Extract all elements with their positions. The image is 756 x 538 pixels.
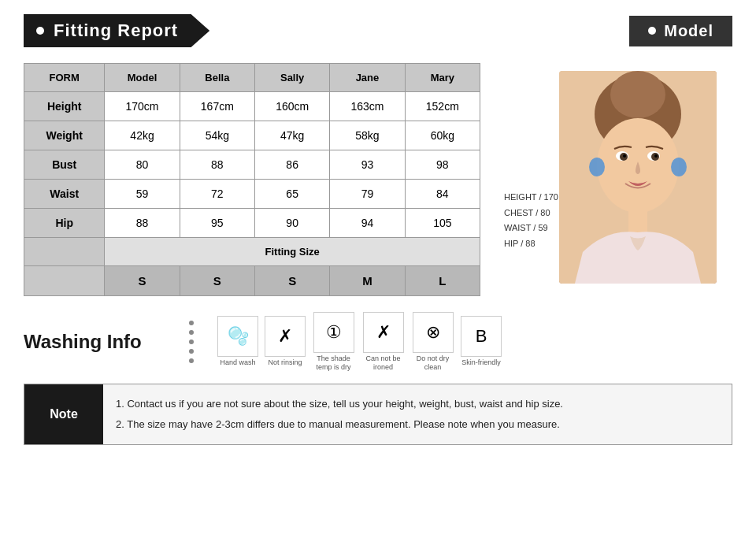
size-value: S — [180, 266, 254, 296]
washing-icons: 🫧Hand wash✗Not rinsing①The shade temp is… — [217, 312, 502, 372]
wash-icon-label-4: Do not dry clean — [411, 354, 454, 372]
data-cell: 59 — [105, 180, 180, 209]
col-bella: Bella — [180, 64, 254, 92]
svg-point-9 — [654, 154, 658, 158]
data-cell: 47kg — [255, 121, 330, 150]
banner-dot — [36, 27, 44, 35]
wash-icon-box-2: ①The shade temp is dry — [312, 312, 355, 372]
svg-point-11 — [671, 158, 687, 176]
fitting-size-label: Fitting Size — [105, 238, 480, 266]
row-label: Hip — [24, 209, 105, 238]
data-cell: 105 — [405, 209, 480, 238]
fitting-report-banner: Fitting Report — [24, 14, 209, 47]
note-label: Note — [24, 384, 103, 444]
wash-icon-box-0: 🫧Hand wash — [217, 316, 258, 367]
data-cell: 80 — [105, 150, 180, 180]
data-cell: 170cm — [105, 92, 180, 121]
col-sally: Sally — [255, 64, 330, 92]
hip-value: 88 — [525, 239, 535, 248]
data-cell: 86 — [255, 150, 330, 180]
svg-point-8 — [623, 154, 626, 158]
wash-icon-box-5: BSkin-friendly — [461, 316, 502, 367]
note-content: 1. Contact us if you are not sure about … — [103, 384, 576, 444]
svg-rect-12 — [628, 209, 647, 232]
model-hip-line: HIP / 88 — [504, 236, 558, 252]
model-label: Model — [664, 22, 713, 40]
svg-point-2 — [610, 71, 665, 118]
col-form: FORM — [24, 64, 105, 92]
data-cell: 60kg — [405, 121, 480, 150]
size-value: L — [405, 266, 480, 296]
wash-icon-0: 🫧 — [217, 316, 258, 357]
model-banner: Model — [629, 16, 732, 46]
model-info-text: HEIGHT / 170 CHEST / 80 WAIST / 59 HIP /… — [504, 190, 558, 252]
wash-icon-4: ⊗ — [413, 312, 454, 353]
divider-dot-5 — [189, 358, 194, 363]
data-cell: 72 — [180, 180, 254, 209]
wash-icon-label-5: Skin-friendly — [461, 358, 501, 367]
data-cell: 160cm — [255, 92, 330, 121]
chest-label: CHEST / — [504, 208, 538, 217]
empty-label-cell — [24, 238, 105, 266]
fitting-table: FORM Model Bella Sally Jane Mary Height1… — [24, 63, 480, 296]
table-row: Waist5972657984 — [24, 180, 480, 209]
divider-dot-4 — [189, 349, 194, 354]
divider-dot-2 — [189, 330, 194, 335]
svg-point-10 — [589, 158, 605, 176]
wash-icon-box-4: ⊗Do not dry clean — [411, 312, 454, 372]
data-cell: 98 — [405, 150, 480, 180]
divider-dot-1 — [189, 321, 194, 325]
model-photo-container: Julia.J — [528, 71, 717, 284]
model-dot — [648, 27, 656, 35]
row-label: Weight — [24, 121, 105, 150]
model-section: Julia.J — [512, 63, 732, 296]
data-cell: 79 — [330, 180, 405, 209]
header-section: Fitting Report Model — [0, 0, 756, 55]
data-cell: 93 — [330, 150, 405, 180]
empty-label-cell-2 — [24, 266, 105, 296]
col-jane: Jane — [330, 64, 405, 92]
data-cell: 42kg — [105, 121, 180, 150]
wash-icon-1: ✗ — [265, 316, 306, 357]
data-cell: 94 — [330, 209, 405, 238]
fitting-size-row: Fitting Size — [24, 238, 480, 266]
data-cell: 95 — [180, 209, 254, 238]
row-label: Bust — [24, 150, 105, 180]
note-line: 2. The size may have 2-3cm differs due t… — [116, 414, 563, 435]
size-value: M — [330, 266, 405, 296]
chest-value: 80 — [540, 208, 550, 217]
table-header-row: FORM Model Bella Sally Jane Mary — [24, 64, 480, 92]
table-row: Height170cm167cm160cm163cm152cm — [24, 92, 480, 121]
note-line: 1. Contact us if you are not sure about … — [116, 394, 563, 414]
wash-icon-label-3: Can not be ironed — [361, 354, 405, 372]
divider-dot-3 — [189, 339, 194, 344]
size-value: S — [255, 266, 330, 296]
model-height-line: HEIGHT / 170 — [504, 190, 558, 206]
washing-divider — [189, 321, 194, 363]
data-cell: 163cm — [330, 92, 405, 121]
wash-icon-box-3: ✗Can not be ironed — [361, 312, 405, 372]
washing-title: Washing Info — [24, 331, 165, 353]
data-cell: 88 — [105, 209, 180, 238]
wash-icon-5: B — [461, 316, 502, 357]
data-cell: 152cm — [405, 92, 480, 121]
data-cell: 54kg — [180, 121, 254, 150]
waist-value: 59 — [538, 223, 547, 232]
height-value: 170 — [544, 192, 558, 202]
data-cell: 58kg — [330, 121, 405, 150]
col-mary: Mary — [405, 64, 480, 92]
model-chest-line: CHEST / 80 — [504, 206, 558, 221]
model-waist-line: WAIST / 59 — [504, 221, 558, 236]
main-content: FORM Model Bella Sally Jane Mary Height1… — [0, 55, 756, 296]
waist-label: WAIST / — [504, 223, 536, 232]
row-label: Waist — [24, 180, 105, 209]
table-row: Weight42kg54kg47kg58kg60kg — [24, 121, 480, 150]
col-model: Model — [105, 64, 180, 92]
fitting-report-title: Fitting Report — [54, 20, 194, 41]
wash-icon-label-2: The shade temp is dry — [312, 354, 355, 372]
washing-section: Washing Info 🫧Hand wash✗Not rinsing①The … — [0, 296, 756, 372]
wash-icon-label-0: Hand wash — [220, 358, 255, 367]
data-cell: 167cm — [180, 92, 254, 121]
table-section: FORM Model Bella Sally Jane Mary Height1… — [24, 63, 496, 296]
model-photo — [559, 71, 717, 284]
